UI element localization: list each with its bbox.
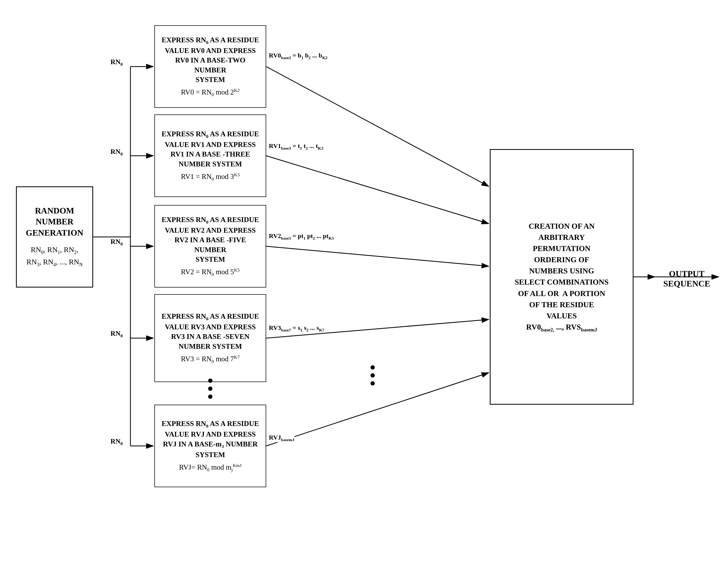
rv0-label: RV0base2 = b1 b2 ... bK2 (269, 52, 327, 60)
process-formula-1: RV1 = RN0 mod 3K3 (181, 172, 240, 182)
process-box-1: EXPRESS RN0 AS A RESIDUEVALUE RV1 AND EX… (154, 114, 266, 197)
svg-point-16 (371, 365, 375, 369)
process-text-1: EXPRESS RN0 AS A RESIDUEVALUE RV1 AND EX… (161, 129, 259, 169)
rn0-label-p1: RN0 (110, 148, 123, 157)
creation-text: CREATION OF ANARBITRARYPERMUTATIONORDERI… (515, 221, 609, 333)
process-box-3: EXPRESS RN0 AS A RESIDUEVALUE RV3 AND EX… (154, 294, 266, 382)
rn0-label-p0: RN0 (110, 58, 123, 67)
process-text-j: EXPRESS RN0 AS A RESIDUEVALUE RVJ AND EX… (161, 419, 259, 460)
rv1-label: RV1base3 = t1 t2 ... tK3 (269, 142, 323, 151)
process-box-j: EXPRESS RN0 AS A RESIDUEVALUE RVJ AND EX… (154, 405, 266, 487)
svg-point-15 (208, 394, 213, 399)
process-formula-0: RV0 = RN0 mod 2K2 (181, 87, 240, 98)
rvj-label: RVJbasemJ (269, 434, 294, 442)
rv3-label: RV3base7 = s1 s2 ... sK7 (269, 324, 324, 332)
rng-content: RN0, RN1, RN2, RN3, RN4, ..., RNN (26, 244, 82, 269)
rn0-label-pj: RN0 (110, 438, 123, 447)
process-text-3: EXPRESS RN0 AS A RESIDUEVALUE RV3 AND EX… (161, 311, 259, 351)
process-text-0: EXPRESS RN0 AS A RESIDUEVALUE RV0 AND EX… (158, 35, 262, 85)
process-box-2: EXPRESS RN0 AS A RESIDUEVALUE RV2 AND EX… (154, 205, 266, 288)
rn0-label-p3: RN0 (110, 330, 123, 339)
svg-point-18 (371, 381, 375, 385)
output-sequence-label: OUTPUTSEQUENCE (658, 269, 716, 289)
svg-line-8 (266, 66, 489, 186)
rn0-label-p2: RN0 (110, 238, 123, 247)
rng-title: RANDOMNUMBERGENERATION (26, 205, 83, 239)
svg-point-17 (371, 373, 375, 377)
process-formula-3: RV3 = RN0 mod 7K7 (181, 354, 240, 365)
rv2-label: RV2base5 = pt1 pt2 ... ptK5 (269, 232, 334, 241)
creation-box: CREATION OF ANARBITRARYPERMUTATIONORDERI… (490, 149, 634, 405)
diagram-container: RANDOMNUMBERGENERATION RN0, RN1, RN2, RN… (0, 0, 728, 570)
svg-line-9 (266, 156, 489, 224)
process-formula-2: RV2 = RN0 mod 5K5 (181, 267, 240, 278)
process-text-2: EXPRESS RN0 AS A RESIDUEVALUE RV2 AND EX… (158, 215, 262, 264)
svg-line-10 (266, 246, 489, 266)
rng-box: RANDOMNUMBERGENERATION RN0, RN1, RN2, RN… (16, 186, 93, 288)
svg-point-14 (208, 386, 213, 391)
process-box-0: EXPRESS RN0 AS A RESIDUEVALUE RV0 AND EX… (154, 25, 266, 108)
process-formula-j: RVJ= RN0 mod mjKmJ (179, 462, 242, 473)
svg-line-12 (266, 373, 489, 446)
